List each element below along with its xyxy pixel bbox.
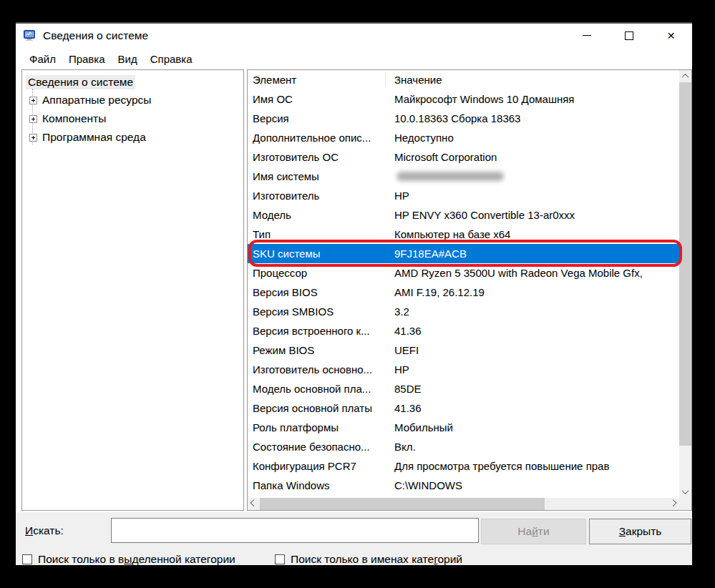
row-item-label: Версия встроенного к... xyxy=(253,321,389,340)
minimize-button[interactable] xyxy=(565,24,608,47)
tree-item-system-summary[interactable]: Сведения о системе xyxy=(22,73,243,91)
category-tree: Сведения о системе Аппаратные ресурсы Ко… xyxy=(22,70,243,147)
row-item-label: Изготовитель xyxy=(253,186,389,205)
table-row[interactable]: ПроцессорAMD Ryzen 5 3500U with Radeon V… xyxy=(248,263,679,283)
column-divider[interactable] xyxy=(385,72,386,87)
expand-plus-icon[interactable] xyxy=(29,134,37,142)
window-controls: ✕ xyxy=(565,24,692,47)
row-item-label: Модель основной пла... xyxy=(253,379,389,398)
table-row[interactable]: Версия BIOSAMI F.19, 26.12.19 xyxy=(248,283,679,302)
tree-item[interactable]: Компоненты xyxy=(22,109,243,128)
row-item-label: Процессор xyxy=(253,263,389,283)
menu-item[interactable]: Правка xyxy=(62,52,112,67)
table-row[interactable]: Имя ОСМайкрософт Windows 10 Домашняя xyxy=(248,89,679,109)
maximize-icon xyxy=(625,31,633,40)
chevron-down-icon xyxy=(682,487,689,494)
scroll-right-button[interactable] xyxy=(667,498,679,510)
table-row[interactable]: Версия SMBIOS3.2 xyxy=(248,302,679,321)
close-dialog-button[interactable]: Закрыть xyxy=(589,519,691,544)
close-label-accesskey: З xyxy=(619,525,626,537)
vertical-scrollbar[interactable] xyxy=(679,70,691,498)
scroll-down-button[interactable] xyxy=(679,486,691,498)
table-row[interactable]: Изготовитель ОСMicrosoft Corporation xyxy=(248,147,679,167)
table-row[interactable]: ТипКомпьютер на базе x64 xyxy=(248,225,679,244)
list-header: Элемент Значение xyxy=(248,70,679,89)
row-item-label: Изготовитель ОС xyxy=(253,147,389,167)
category-tree-pane[interactable]: Сведения о системе Аппаратные ресурсы Ко… xyxy=(21,69,244,511)
table-row[interactable]: Версия встроенного к...41.36 xyxy=(248,321,679,340)
menu-item[interactable]: Вид xyxy=(112,52,144,67)
maximize-button[interactable] xyxy=(608,24,650,47)
table-row[interactable]: Конфигурация PCR7Для просмотра требуется… xyxy=(248,456,679,476)
column-header-item[interactable]: Элемент xyxy=(253,70,296,89)
vertical-scrollbar-thumb[interactable] xyxy=(679,82,691,446)
row-value: Компьютер на базе x64 xyxy=(394,225,510,244)
window-title: Сведения о системе xyxy=(43,29,148,42)
tree-item-label: Программная среда xyxy=(42,131,146,144)
row-value: Майкрософт Windows 10 Домашняя xyxy=(394,89,574,109)
row-item-label: Тип xyxy=(253,225,389,244)
row-value: 3.2 xyxy=(394,302,409,321)
row-item-label: Папка Windows xyxy=(253,476,389,495)
search-label-post: скать: xyxy=(33,524,64,536)
app-monitor-icon xyxy=(24,30,37,41)
checkbox-icon[interactable] xyxy=(275,554,285,564)
chevron-up-icon xyxy=(682,74,689,81)
table-row[interactable]: Изготовитель основно...HP xyxy=(248,360,679,379)
horizontal-scrollbar[interactable] xyxy=(248,498,679,510)
close-label-post: акрыть xyxy=(626,525,661,537)
row-item-label: Модель xyxy=(253,205,389,225)
scroll-up-button[interactable] xyxy=(679,70,691,82)
row-item-label: Имя системы xyxy=(253,167,389,186)
close-icon: ✕ xyxy=(667,31,676,41)
table-row[interactable]: Роль платформыМобильный xyxy=(248,418,679,437)
search-input[interactable] xyxy=(111,518,479,543)
horizontal-scrollbar-thumb[interactable] xyxy=(260,498,545,510)
row-value: Недоступно xyxy=(394,128,454,147)
row-value: AMD Ryzen 5 3500U with Radeon Vega Mobil… xyxy=(394,263,643,283)
expand-plus-icon[interactable] xyxy=(29,97,37,104)
row-value: 41.36 xyxy=(394,398,422,418)
row-item-label: Имя ОС xyxy=(253,89,389,109)
tree-item-label: Компоненты xyxy=(42,112,106,125)
system-info-window: Сведения о системе ✕ Файл Правка Вид Спр… xyxy=(16,22,692,565)
checkbox-label: Поиск только в именах категорий xyxy=(291,553,462,566)
tree-item[interactable]: Аппаратные ресурсы xyxy=(22,91,243,109)
close-button[interactable]: ✕ xyxy=(650,24,692,47)
menu-item[interactable]: Справка xyxy=(144,52,199,67)
table-row[interactable]: Дополнительное опис...Недоступно xyxy=(248,128,679,147)
table-row[interactable]: Модель основной пла...85DE xyxy=(248,379,679,398)
row-item-label: Роль платформы xyxy=(253,418,389,437)
search-label-accesskey: И xyxy=(25,524,33,536)
table-row[interactable]: ИзготовительHP xyxy=(248,186,679,205)
cb1-post: деленной категории xyxy=(132,553,235,565)
chevron-right-icon xyxy=(670,499,677,506)
expand-plus-icon[interactable] xyxy=(29,115,37,123)
menu-item[interactable]: Файл xyxy=(23,52,62,67)
row-value: 85DE xyxy=(394,379,422,398)
find-button[interactable]: Найти xyxy=(481,519,586,544)
row-value: HP ENVY x360 Convertible 13-ar0xxx xyxy=(394,205,575,225)
checkbox-icon[interactable] xyxy=(22,554,32,564)
minimize-icon xyxy=(583,35,591,36)
row-item-label: Версия xyxy=(253,109,389,128)
checkbox-search-category-names[interactable]: Поиск только в именах категорий xyxy=(275,553,462,566)
table-row[interactable]: Состояние безопасно...Вкл. xyxy=(248,437,679,456)
row-item-label: Режим BIOS xyxy=(253,340,389,360)
table-row[interactable]: Режим BIOSUEFI xyxy=(248,340,679,360)
find-label-accesskey: й xyxy=(532,525,538,537)
table-row[interactable]: SKU системы9FJ18EA#ACB xyxy=(248,244,679,263)
tree-item[interactable]: Программная среда xyxy=(22,128,243,147)
table-row[interactable]: Версия10.0.18363 Сборка 18363 xyxy=(248,109,679,128)
scroll-left-button[interactable] xyxy=(248,498,260,510)
checkbox-search-selected-category[interactable]: Поиск только в выделенной категории xyxy=(22,553,235,566)
table-row[interactable]: Имя системы xyxy=(248,167,679,186)
table-row[interactable]: Папка WindowsC:\WINDOWS xyxy=(248,476,679,495)
column-header-value[interactable]: Значение xyxy=(394,70,442,89)
row-value: HP xyxy=(394,186,409,205)
row-item-label: SKU системы xyxy=(253,244,389,263)
table-row[interactable]: Версия основной платы41.36 xyxy=(248,398,679,418)
table-row[interactable]: МодельHP ENVY x360 Convertible 13-ar0xxx xyxy=(248,205,679,225)
cb2-post: орий xyxy=(437,553,462,565)
tree-item-label: Аппаратные ресурсы xyxy=(42,94,151,107)
